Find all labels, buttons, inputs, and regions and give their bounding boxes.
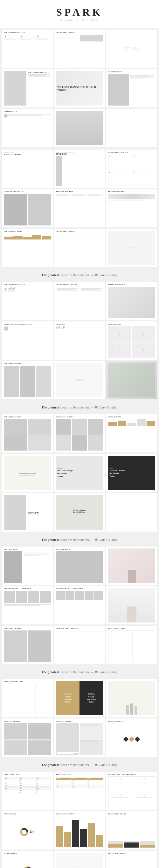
person-3 <box>28 591 39 603</box>
slide-product-bottles <box>106 679 157 717</box>
mini-table-3: HEADHEADHEAD ValValVal ValValVal ValValV… <box>56 777 103 789</box>
header-section: SPARK GOOGLE SLIDES <box>0 0 159 28</box>
person-2 <box>16 591 27 603</box>
slide-four-elements: FOUR ELEMENTS TO REMEMBER ⬡ ⬡ ⬡ ⬡ <box>106 772 157 810</box>
icon-service-3: ● <box>36 35 39 38</box>
mini-table-1: COL 1COL 2COL 3 DataDataData DataDataDat… <box>4 777 51 787</box>
slide-three-more-image: THREE MORE IMAGE <box>106 851 157 868</box>
slide-image-features-2: IMAGE – FEATURES <box>54 718 105 757</box>
slide-our-latest-works-1: OUR LATEST WORKS <box>2 361 53 399</box>
slide-world-image <box>106 361 157 399</box>
slide-intro-world: INTRO TO THE WORLD <box>2 189 53 227</box>
icon-service-2: ● <box>20 35 23 38</box>
icon-s3: ◆ <box>11 287 15 290</box>
slide-grid-3: OUR COMMON SERVICES ◆ ◆ ◆ <box>0 281 159 401</box>
pie-svg <box>22 866 33 868</box>
slide-portrait-services: OUR COMMON SERVICES <box>2 69 53 107</box>
person-4 <box>40 591 51 603</box>
slide-minimal-1: SPARK GOOGLE SLIDES <box>106 30 157 68</box>
slide-brilliant-people-1: MEET YOUR BRILLIANT PEOPLE <box>2 586 53 624</box>
slide-bar-motion-chart: BAR MOTION CHARTS <box>54 811 105 849</box>
slide-company-values-2: OUR COMPANY VALUES 01 02 03 <box>106 150 157 188</box>
slide-infographics-1: INFOGRAPHICS ① ② ③ ④ <box>106 321 157 360</box>
slide-blank-with-text-1: SAMPLE TEXT <box>54 361 105 399</box>
slide-our-common-services-1: OUR COMMON SERVICES ● ● ● <box>2 30 53 68</box>
slide-this-is-spark: BRAND NAME THIS IS SPARK <box>2 150 53 188</box>
slide-testimonials-1: TESTIMONIALS <box>2 109 53 147</box>
mini-bar-chart <box>4 235 51 240</box>
slide-change-world-1: WE CAN CHANGE THE WORLD TODAY <box>54 69 105 107</box>
slide-two-concepts: TWO CONCEPTS TEXT <box>106 626 157 664</box>
slide-grid-4: OUR LATEST WORKS OUR LATEST WORKS INFOGR… <box>0 413 159 533</box>
slide-through-the-time-2: THROUGH THE TIME <box>106 189 157 227</box>
slide-three-table-1: THREE TABLE TEST COL 1COL 2COL 3 DataDat… <box>2 772 53 810</box>
slide-this-is-section: THIS IS A SECTION ALSO BREAK IT <box>54 851 105 868</box>
slide-meet-bond-2: MEET MR. BOND <box>54 547 105 585</box>
person-1 <box>4 591 15 603</box>
slide-june-doe: OUR WELCOME MESSAGE JUNE DOE <box>54 150 105 188</box>
person-9 <box>94 591 103 600</box>
quote-2: The greatest ideas are the simplest. — W… <box>0 402 159 413</box>
slide-change-world-3: We Can Changethe World Today <box>2 493 53 532</box>
slide-image-features: IMAGE – FEATURES <box>2 718 53 757</box>
icon-s2: ◆ <box>8 287 11 290</box>
slide-blank-3 <box>106 493 157 532</box>
quote-1: The greatest ideas are the simplest. — W… <box>0 270 159 281</box>
donut-svg <box>19 827 29 837</box>
slide-change-world-gold: We CanChangeThe WorldToday We CanChangeT… <box>54 679 105 717</box>
person-5 <box>56 591 65 600</box>
slide-person-pink <box>106 547 157 585</box>
slide-three-content-1: THREE CONTENT TEXT <box>2 679 53 717</box>
slide-common-services-3: OUR COMMON SERVICES <box>54 282 105 320</box>
quote-4: The greatest ideas are the simplest. — W… <box>0 666 159 678</box>
slide-what-clients-say: WHAT OUR CLIENTS ARE SAYING <box>2 321 53 360</box>
slide-grid-1: OUR COMMON SERVICES ● ● ● OUR COMPANY VA… <box>0 28 159 148</box>
people-row-2 <box>56 591 103 600</box>
deco-line-1 <box>57 468 62 469</box>
slide-grid-7: THREE TABLE TEST COL 1COL 2COL 3 DataDat… <box>0 770 159 868</box>
slide-brilliant-people-2: MEET YOUR BRILLIANT PEOPLE <box>54 586 105 624</box>
slide-image-full-1 <box>54 109 105 147</box>
slide-latest-works-3: OUR LATEST WORKS <box>54 414 105 453</box>
slide-person-white-dress <box>106 586 157 624</box>
slide-full-body-text: FULL BODY TEXT SAMPLE <box>54 626 105 664</box>
slide-features-1: FEATURES A B C D <box>54 321 105 360</box>
slide-through-the-time-1: THROUGH THE TIME <box>54 189 105 227</box>
slide-change-world-2: We Can Changethe WorldToday <box>54 454 105 492</box>
slide-quote-slide: " Lorem ipsum dolor sit amet <box>2 454 53 492</box>
brand-subtitle: GOOGLE SLIDES <box>60 19 99 22</box>
slide-change-world-dark: We Can Changethe WorldToday <box>106 454 157 492</box>
quote-5: The greatest ideas are the simplest. — W… <box>0 759 159 770</box>
slide-meet-bond: MEET MR. BOND <box>106 69 157 107</box>
person-6 <box>66 591 74 600</box>
slide-donut-chart: DONUT CHART Item 1 Item 2 <box>2 811 53 849</box>
brand-title: SPARK <box>56 6 103 18</box>
slide-latest-works-2: OUR LATEST WORKS <box>2 414 53 453</box>
slide-grid-2: BRAND NAME THIS IS SPARK OUR WELCOME MES… <box>0 148 159 268</box>
slide-change-world-4: We Can Changethe World Today <box>54 493 105 532</box>
slide-pie-chart: PIE IN GRAPHIC <box>2 851 53 868</box>
icon-s1: ◆ <box>4 287 7 290</box>
person-8 <box>85 591 93 600</box>
quote-3: The greatest ideas are the simplest. — W… <box>0 534 159 545</box>
slide-common-services-2: OUR COMMON SERVICES ◆ ◆ ◆ <box>2 282 53 320</box>
deco-line-2 <box>28 511 32 511</box>
mini-table-2: COL 1COL 2COL 3 DataDataData DataDataDat… <box>4 787 51 794</box>
person-7 <box>75 591 84 600</box>
slide-three-elements: THREE ELEMENTS <box>106 718 157 757</box>
slide-three-more-chart: THREE MORE CHART <box>106 811 157 849</box>
slide-our-company-values-4: OUR COMPANY VALUES <box>54 229 105 267</box>
slide-three-table-2: THREE TABLE TEST HEADHEADHEAD ValValVal … <box>54 772 105 810</box>
slide-infographics-2: INFOGRAPHICS <box>106 414 157 453</box>
people-row-1 <box>4 591 51 603</box>
slide-company-values-1: OUR COMPANY VALUES <box>54 30 105 68</box>
slide-seeing-world: SEEING THE WORLD <box>106 282 157 320</box>
slide-meet-bond-1: MEET MR. BOND <box>2 547 53 585</box>
slide-our-latest-works-4: OUR LATEST WORKS <box>2 626 53 664</box>
slide-blank-2: SPARK <box>106 229 157 267</box>
slide-company-values-3: OUR COMPANY VALUE <box>2 229 53 267</box>
slide-grid-5: MEET MR. BOND MEET MR. BOND MEET YOUR BR… <box>0 545 159 665</box>
slide-blank-1 <box>106 109 157 147</box>
icon-service-1: ● <box>4 35 7 38</box>
slide-grid-6: THREE CONTENT TEXT <box>0 678 159 758</box>
